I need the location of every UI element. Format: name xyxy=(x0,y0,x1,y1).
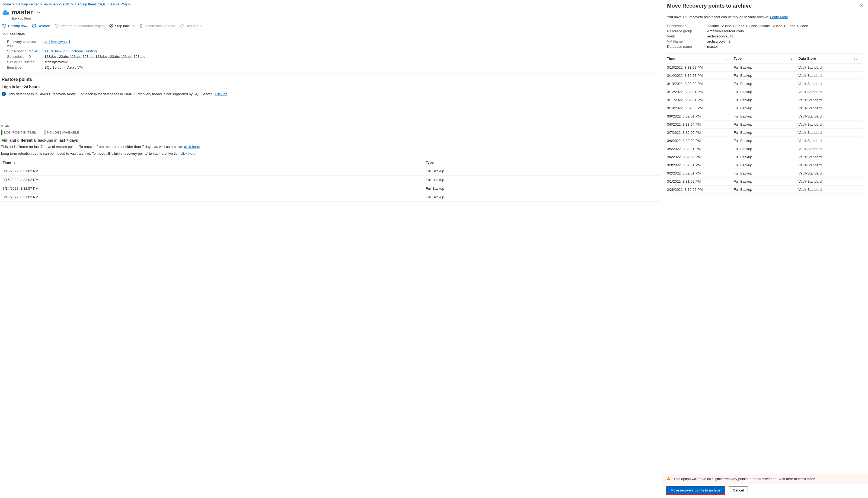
filter-description: This list is filtered for last 7 days of… xyxy=(1,144,660,150)
table-row[interactable]: 3/13/2022, 8:32:02 PMFull Backup xyxy=(1,193,660,201)
stop-backup-button[interactable]: Stop backup xyxy=(109,24,135,28)
svg-line-1 xyxy=(110,25,112,27)
col-store[interactable]: Data Store↑↓ xyxy=(798,54,863,64)
cell-type: Full Backup xyxy=(734,120,799,129)
table-row[interactable]: 3/2/2022, 8:32:01 PMFull BackupVault-Sta… xyxy=(667,169,863,178)
chevron-up-icon xyxy=(3,32,6,36)
essentials-value: archsqlccyvm2 xyxy=(44,60,68,64)
page-subtitle: Backup Item xyxy=(12,16,660,21)
table-row[interactable]: 3/11/2022, 8:32:01 PMFull BackupVault-St… xyxy=(667,96,863,104)
col-time[interactable]: Time↑↓ xyxy=(667,54,734,64)
cell-time: 3/3/2022, 8:32:01 PM xyxy=(667,161,734,169)
table-row[interactable]: 3/1/2022, 8:31:59 PMFull BackupVault-Sta… xyxy=(667,178,863,186)
cell-store: Vault-Standard xyxy=(798,88,863,96)
move-link[interactable]: move xyxy=(28,49,37,53)
breadcrumb: Home> Backup center> archiveccyvault1> B… xyxy=(1,2,660,8)
col-type[interactable]: Type xyxy=(424,158,660,167)
cell-time: 2/28/2022, 8:32:26 PM xyxy=(667,186,734,194)
close-button[interactable] xyxy=(859,3,863,8)
table-row[interactable]: 3/15/2022, 8:33:02 PMFull Backup xyxy=(1,175,660,184)
meta-value: archsqlccyvm2 xyxy=(707,39,731,43)
delete-backup-button: Delete backup data xyxy=(139,24,175,28)
essentials-link[interactable]: archiveccyvault1 xyxy=(44,40,70,44)
timeline-tick: 30 AM xyxy=(1,124,660,128)
breadcrumb-item[interactable]: archiveccyvault1 xyxy=(44,2,70,6)
filter-link[interactable]: click here xyxy=(184,145,199,149)
cell-time: 3/8/2022, 8:33:04 PM xyxy=(667,120,734,129)
cell-time: 3/6/2022, 8:32:02 PM xyxy=(667,137,734,145)
backup-now-button[interactable]: Backup now xyxy=(2,24,27,28)
cell-time: 3/11/2022, 8:32:01 PM xyxy=(667,96,734,104)
close-icon xyxy=(859,3,863,7)
table-row[interactable]: 3/16/2022, 8:32:02 PMFull Backup xyxy=(1,167,660,175)
restore-points-heading: Restore points xyxy=(2,77,659,82)
restore-button[interactable]: Restore xyxy=(32,24,50,28)
cell-store: Vault-Standard xyxy=(798,71,863,80)
cell-type: Full Backup xyxy=(734,178,799,186)
cell-type: Full Backup xyxy=(424,175,660,184)
essentials-link[interactable]: AzureBackup_Functional_Testing xyxy=(44,49,97,53)
table-row[interactable]: 2/28/2022, 8:32:26 PMFull BackupVault-St… xyxy=(667,186,863,194)
cell-time: 3/10/2022, 8:32:58 PM xyxy=(667,104,734,112)
cell-store: Vault-Standard xyxy=(798,137,863,145)
meta-key: Subscription xyxy=(667,24,707,28)
cell-type: Full Backup xyxy=(734,64,799,71)
col-time[interactable]: Time↑↓ xyxy=(1,158,424,167)
table-row[interactable]: 3/7/2022, 8:32:00 PMFull BackupVault-Sta… xyxy=(667,129,863,137)
cell-type: Full Backup xyxy=(734,71,799,80)
info-banner-link[interactable]: Click he xyxy=(215,92,227,96)
main-content: Home> Backup center> archiveccyvault1> B… xyxy=(0,0,662,498)
essentials-value: SQL Server in Azure VM xyxy=(44,65,83,69)
table-row[interactable]: 3/6/2022, 8:32:02 PMFull BackupVault-Sta… xyxy=(667,137,863,145)
cell-time: 3/15/2022, 8:33:02 PM xyxy=(1,175,424,184)
cell-type: Full Backup xyxy=(424,184,660,193)
table-row[interactable]: 3/10/2022, 8:32:58 PMFull BackupVault-St… xyxy=(667,104,863,112)
recovery-points-table-wrap[interactable]: Time↑↓ Type↑↓ Data Store↑↓ 3/15/2022, 8:… xyxy=(667,53,863,472)
table-row[interactable]: 3/12/2022, 8:32:01 PMFull BackupVault-St… xyxy=(667,88,863,96)
delete-icon xyxy=(139,24,143,28)
breadcrumb-item[interactable]: Backup Items (SQL in Azure VM) xyxy=(76,2,127,6)
breadcrumb-item[interactable]: Backup center xyxy=(16,2,39,6)
essentials-label: Recovery services vault xyxy=(7,40,42,48)
cell-time: 3/14/2022, 8:32:57 PM xyxy=(667,71,734,80)
table-row[interactable]: 3/14/2022, 8:32:57 PMFull BackupVault-St… xyxy=(667,71,863,80)
essentials-toggle[interactable]: Essentials xyxy=(1,30,660,38)
cell-time: 3/1/2022, 8:31:59 PM xyxy=(667,178,734,186)
table-row[interactable]: 3/8/2022, 8:33:04 PMFull BackupVault-Sta… xyxy=(667,120,863,129)
table-row[interactable]: 3/9/2022, 8:32:01 PMFull BackupVault-Sta… xyxy=(667,112,863,120)
archive-link[interactable]: click here xyxy=(181,152,196,156)
cell-time: 3/13/2022, 8:32:02 PM xyxy=(1,193,424,201)
table-row[interactable]: 3/4/2022, 8:32:00 PMFull BackupVault-Sta… xyxy=(667,153,863,161)
breadcrumb-item[interactable]: Home xyxy=(2,2,11,6)
command-bar: Backup now Restore Restore to secondary … xyxy=(1,22,660,30)
meta-key: VM Name xyxy=(667,39,707,43)
panel-description: You have 150 recovery points that can be… xyxy=(667,15,863,19)
page-title-row: master ··· xyxy=(2,9,660,16)
learn-more-link[interactable]: Learn More xyxy=(770,15,788,19)
cell-store: Vault-Standard xyxy=(798,64,863,71)
cell-store: Vault-Standard xyxy=(798,145,863,153)
warning-banner: This option will move all eligible recov… xyxy=(662,474,868,484)
table-row[interactable]: 3/13/2022, 8:32:02 PMFull BackupVault-St… xyxy=(667,80,863,88)
panel-footer: Move recovery points to archive Cancel xyxy=(662,484,868,498)
cancel-button[interactable]: Cancel xyxy=(729,486,748,494)
more-icon[interactable]: ··· xyxy=(36,10,40,15)
table-row[interactable]: 3/14/2022, 8:32:57 PMFull Backup xyxy=(1,184,660,193)
table-row[interactable]: 3/5/2022, 8:32:01 PMFull BackupVault-Sta… xyxy=(667,145,863,153)
meta-row: Subscription123abc-123abc-123abc-123abc-… xyxy=(667,24,863,28)
essentials-label: Subscription (move) xyxy=(7,49,42,53)
table-row[interactable]: 3/3/2022, 8:32:01 PMFull BackupVault-Sta… xyxy=(667,161,863,169)
info-icon: i xyxy=(2,92,6,96)
table-row[interactable]: 3/15/2022, 8:33:02 PMFull BackupVault-St… xyxy=(667,64,863,71)
meta-key: Resource group xyxy=(667,29,707,33)
meta-value: ArchiveResourceGroup xyxy=(707,29,744,33)
meta-row: Database namemaster xyxy=(667,44,863,49)
meta-key: Database name xyxy=(667,44,707,49)
log-swatch xyxy=(1,130,2,135)
essentials-value: 123abc-123abc-123abc-123abc-123abc-123ab… xyxy=(44,54,145,58)
cell-type: Full Backup xyxy=(734,169,799,178)
col-type[interactable]: Type↑↓ xyxy=(734,54,799,64)
resume-backup-button: Resume b xyxy=(179,24,202,28)
restore-secondary-button: Restore to secondary region xyxy=(54,24,104,28)
move-archive-button[interactable]: Move recovery points to archive xyxy=(666,486,724,494)
